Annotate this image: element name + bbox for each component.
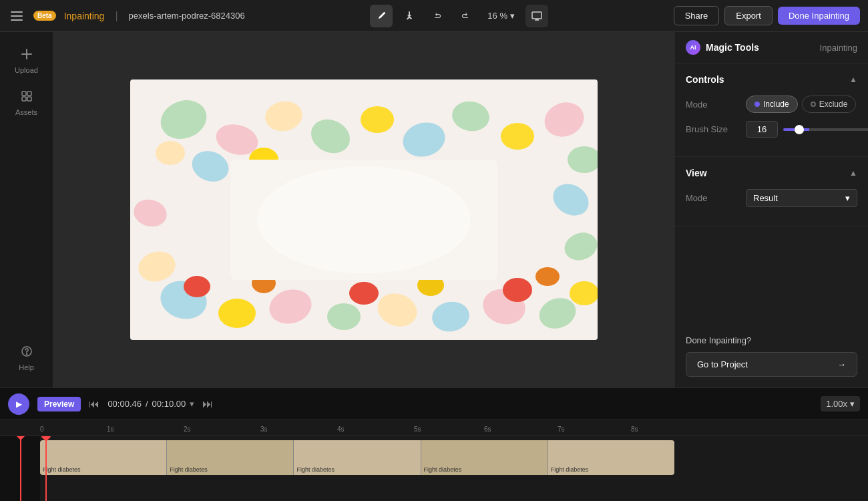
share-button[interactable]: Share	[674, 6, 720, 25]
done-section: Done Inpainting? Go to Project →	[675, 325, 868, 387]
include-label: Include	[763, 100, 789, 109]
view-section: View ▲ Mode Result ▾	[675, 157, 868, 226]
exclude-mode-button[interactable]: Exclude	[802, 96, 857, 113]
ruler-mark-8s: 8s	[631, 426, 638, 433]
assets-label: Assets	[15, 108, 37, 116]
svg-rect-0	[532, 12, 541, 19]
segment-label-1: Fight diabetes	[43, 466, 81, 473]
go-to-project-label: Go to Project	[697, 359, 748, 369]
include-dot	[754, 102, 760, 107]
draw-tool-button[interactable]	[370, 5, 393, 27]
ruler-mark-7s: 7s	[558, 426, 565, 433]
include-mode-button[interactable]: Include	[746, 96, 798, 113]
view-title: View	[686, 168, 707, 178]
svg-point-38	[503, 278, 532, 302]
view-dropdown-chevron: ▾	[845, 193, 850, 203]
beta-badge: Beta	[33, 11, 56, 21]
redo-button[interactable]	[454, 5, 477, 27]
done-label: Done Inpainting?	[686, 335, 857, 345]
help-label: Help	[19, 363, 34, 371]
view-mode-dropdown[interactable]: Result ▾	[746, 189, 857, 207]
brush-size-label: Brush Size	[686, 124, 746, 134]
brush-slider[interactable]	[783, 128, 868, 131]
go-to-project-button[interactable]: Go to Project →	[686, 352, 857, 377]
skip-forward-button[interactable]: ⏭	[202, 398, 213, 410]
canvas-image	[130, 79, 598, 340]
track-content[interactable]: Fight diabetes Fight diabetes Fight diab…	[40, 436, 868, 501]
canvas-area[interactable]	[53, 32, 674, 387]
magic-tools-text: Magic Tools	[706, 42, 759, 53]
timeline-track: Fight diabetes Fight diabetes Fight diab…	[0, 436, 868, 501]
svg-point-22	[218, 299, 256, 328]
menu-button[interactable]	[8, 9, 25, 23]
done-inpainting-button[interactable]: Done Inpainting	[778, 7, 860, 25]
svg-rect-2	[27, 92, 31, 96]
export-button[interactable]: Export	[724, 6, 773, 25]
upload-button[interactable]: Upload	[7, 43, 47, 79]
ruler-mark-5s: 5s	[414, 426, 421, 433]
video-strip: Fight diabetes Fight diabetes Fight diab…	[40, 440, 674, 475]
svg-rect-3	[22, 97, 26, 101]
playhead-diamond	[16, 436, 25, 440]
svg-rect-1	[22, 92, 26, 96]
topbar: Beta Inpainting | pexels-artem-podrez-68…	[0, 0, 868, 32]
strip-segment-3: Fight diabetes	[294, 440, 421, 475]
brush-size-row: Brush Size 16	[686, 121, 857, 138]
playback-bar: ▶ Preview ⏮ 00:00.46 / 00:10.00 ▾ ⏭ 1.00…	[0, 388, 868, 420]
brush-value-input[interactable]: 16	[746, 121, 778, 138]
skip-back-button[interactable]: ⏮	[89, 398, 99, 410]
play-button[interactable]: ▶	[8, 393, 29, 415]
panel-header: AI Magic Tools Inpainting	[675, 32, 868, 63]
file-name: pexels-artem-podrez-6824306	[129, 11, 245, 21]
monitor-button[interactable]	[525, 5, 548, 27]
strip-segment-4: Fight diabetes	[421, 440, 548, 475]
segment-label-4: Fight diabetes	[424, 466, 462, 473]
strip-segment-2: Fight diabetes	[167, 440, 294, 475]
mode-control-row: Mode Include Exclude	[686, 96, 857, 113]
hand-tool-button[interactable]	[398, 5, 421, 27]
project-name: Inpainting	[64, 11, 105, 21]
track-playhead	[45, 436, 47, 501]
ruler-mark-4s: 4s	[337, 426, 345, 433]
ruler-mark-6s: 6s	[484, 426, 491, 433]
zoom-control[interactable]: 16 % ▾	[482, 8, 520, 23]
playhead	[20, 436, 21, 501]
help-button[interactable]: Help	[7, 340, 47, 377]
controls-header: Controls ▲	[686, 74, 857, 85]
ai-badge: AI	[686, 40, 700, 55]
main-content: Upload Assets Help	[0, 32, 868, 387]
segment-label-5: Fight diabetes	[551, 466, 589, 473]
exclude-dot	[811, 102, 816, 107]
svg-point-24	[327, 303, 361, 330]
mode-label: Mode	[686, 100, 746, 110]
magic-tools-label: AI Magic Tools	[686, 40, 759, 55]
zoom-value: 16 %	[487, 11, 507, 21]
brush-control: 16	[746, 121, 868, 138]
upload-label: Upload	[15, 66, 38, 74]
svg-point-41	[257, 166, 471, 273]
total-time: 00:10.00	[152, 399, 186, 409]
timeline-ruler: 0 1s 2s 3s 4s 5s 6s 7s 8s	[0, 420, 868, 436]
view-collapse-button[interactable]: ▲	[849, 168, 857, 178]
speed-chevron: ▾	[850, 399, 855, 409]
assets-icon	[21, 90, 33, 106]
ruler-mark-3s: 3s	[260, 426, 268, 433]
svg-point-6	[26, 354, 27, 355]
svg-point-39	[535, 267, 560, 286]
view-mode-row: Mode Result ▾	[686, 189, 857, 207]
undo-button[interactable]	[426, 5, 449, 27]
speed-value: 1.00x	[826, 399, 847, 409]
controls-title: Controls	[686, 74, 724, 85]
time-separator: /	[146, 399, 148, 409]
bottom-panel: ▶ Preview ⏮ 00:00.46 / 00:10.00 ▾ ⏭ 1.00…	[0, 387, 868, 501]
view-mode-label: Mode	[686, 193, 746, 203]
controls-collapse-button[interactable]: ▲	[849, 75, 857, 84]
preview-label: Preview	[37, 397, 81, 411]
svg-rect-4	[27, 97, 31, 101]
zoom-chevron: ▾	[510, 11, 515, 21]
svg-point-36	[349, 282, 379, 305]
speed-control[interactable]: 1.00x ▾	[821, 396, 860, 411]
assets-button[interactable]: Assets	[7, 85, 47, 122]
current-time: 00:00.46	[107, 399, 142, 409]
track-left-panel	[0, 436, 40, 501]
